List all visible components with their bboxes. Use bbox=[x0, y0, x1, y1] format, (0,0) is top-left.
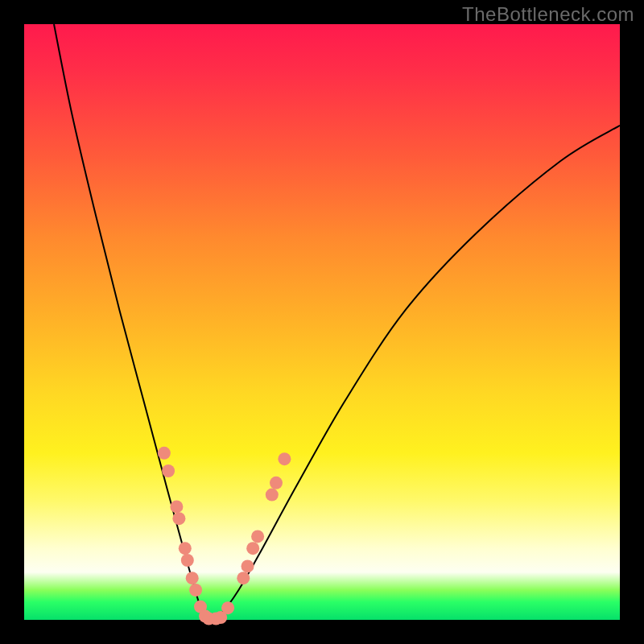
watermark-text: TheBottleneck.com bbox=[462, 3, 634, 26]
data-marker bbox=[186, 572, 199, 584]
curve-left-branch bbox=[54, 24, 208, 620]
data-marker bbox=[237, 572, 250, 584]
chart-svg bbox=[24, 24, 620, 620]
chart-canvas: TheBottleneck.com bbox=[0, 0, 644, 644]
marker-group bbox=[158, 447, 291, 625]
data-marker bbox=[278, 452, 291, 465]
data-marker bbox=[181, 554, 194, 567]
data-marker bbox=[162, 464, 175, 477]
data-marker bbox=[270, 477, 283, 489]
curve-right-branch bbox=[208, 126, 620, 620]
data-marker bbox=[251, 530, 264, 543]
data-marker bbox=[221, 601, 234, 614]
data-marker bbox=[242, 559, 254, 572]
data-marker bbox=[170, 500, 183, 513]
data-marker bbox=[172, 512, 185, 525]
data-marker bbox=[266, 489, 279, 502]
data-marker bbox=[179, 542, 192, 555]
data-marker bbox=[246, 542, 259, 555]
data-marker bbox=[158, 447, 171, 460]
plot-area bbox=[24, 24, 620, 620]
data-marker bbox=[189, 584, 202, 597]
